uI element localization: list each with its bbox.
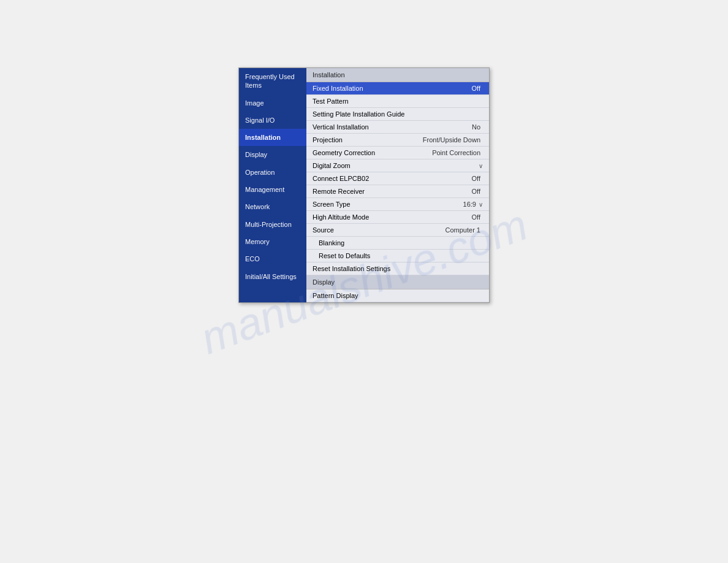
menu-row-label: Setting Plate Installation Guide: [313, 110, 483, 118]
menu-row-test-pattern[interactable]: Test Pattern: [306, 95, 489, 108]
menu-row-pattern-display[interactable]: Pattern Display: [306, 289, 489, 302]
sidebar-item-display[interactable]: Display: [239, 146, 306, 163]
menu-row-label: Screen Type: [313, 201, 463, 208]
sidebar-item-eco[interactable]: ECO: [239, 250, 306, 267]
menu-row-label: Reset to Defaults: [319, 252, 483, 259]
menu-row-blanking[interactable]: Blanking: [306, 237, 489, 250]
menu-row-value: Off: [472, 213, 480, 221]
menu-row-digital-zoom[interactable]: Digital Zoom∨: [306, 159, 489, 172]
ui-container: Frequently Used ItemsImageSignal I/OInst…: [238, 67, 490, 303]
menu-row-value: 16:9: [463, 201, 476, 208]
sidebar-item-network[interactable]: Network: [239, 198, 306, 215]
sidebar-item-management[interactable]: Management: [239, 181, 306, 198]
menu-row-reset-installation-settings[interactable]: Reset Installation Settings: [306, 262, 489, 275]
menu-row-value: Off: [472, 188, 480, 195]
section-header-installation: Installation: [306, 68, 489, 82]
menu-row-label: Source: [313, 226, 446, 234]
menu-row-fixed-installation[interactable]: Fixed InstallationOff: [306, 82, 489, 95]
menu-row-screen-type[interactable]: Screen Type16:9∨: [306, 198, 489, 211]
main-content: InstallationFixed InstallationOffTest Pa…: [306, 68, 489, 302]
sidebar-item-operation[interactable]: Operation: [239, 164, 306, 181]
menu-row-label: High Altitude Mode: [313, 213, 472, 221]
menu-row-label: Connect ELPCB02: [313, 175, 472, 182]
menu-row-reset-to-defaults[interactable]: Reset to Defaults: [306, 250, 489, 262]
chevron-down-icon: ∨: [479, 163, 483, 169]
menu-row-label: Remote Receiver: [313, 188, 472, 195]
section-header-display: Display: [306, 275, 489, 289]
menu-row-projection[interactable]: ProjectionFront/Upside Down: [306, 134, 489, 147]
sidebar: Frequently Used ItemsImageSignal I/OInst…: [239, 68, 306, 302]
menu-row-label: Digital Zoom: [313, 162, 479, 169]
menu-row-setting-plate-installation-guide[interactable]: Setting Plate Installation Guide: [306, 108, 489, 121]
menu-row-geometry-correction[interactable]: Geometry CorrectionPoint Correction: [306, 147, 489, 159]
menu-row-remote-receiver[interactable]: Remote ReceiverOff: [306, 185, 489, 198]
menu-row-value: Front/Upside Down: [423, 136, 480, 144]
sidebar-item-frequently-used-items[interactable]: Frequently Used Items: [239, 68, 306, 94]
menu-row-label: Projection: [313, 136, 423, 144]
menu-row-high-altitude-mode[interactable]: High Altitude ModeOff: [306, 211, 489, 224]
menu-row-label: Reset Installation Settings: [313, 265, 483, 272]
menu-row-vertical-installation[interactable]: Vertical InstallationNo: [306, 121, 489, 134]
menu-row-value: Off: [472, 85, 480, 92]
menu-row-source[interactable]: SourceComputer 1: [306, 224, 489, 237]
menu-row-label: Pattern Display: [313, 292, 483, 299]
menu-row-label: Vertical Installation: [313, 123, 472, 131]
sidebar-item-image[interactable]: Image: [239, 94, 306, 112]
sidebar-item-memory[interactable]: Memory: [239, 233, 306, 250]
sidebar-item-multi-projection[interactable]: Multi-Projection: [239, 216, 306, 233]
menu-row-value: Point Correction: [432, 149, 480, 156]
menu-row-value: No: [472, 123, 480, 131]
menu-row-connect-elpcb02[interactable]: Connect ELPCB02Off: [306, 172, 489, 185]
menu-row-label: Test Pattern: [313, 98, 483, 105]
sidebar-item-initial-all-settings[interactable]: Initial/All Settings: [239, 268, 306, 285]
menu-row-value: Computer 1: [446, 226, 480, 234]
menu-row-label: Blanking: [319, 239, 483, 247]
sidebar-item-signal-io[interactable]: Signal I/O: [239, 112, 306, 129]
menu-row-label: Fixed Installation: [313, 85, 472, 92]
chevron-down-icon: ∨: [479, 201, 483, 208]
menu-row-label: Geometry Correction: [313, 149, 432, 156]
menu-row-value: Off: [472, 175, 480, 182]
sidebar-item-installation[interactable]: Installation: [239, 129, 306, 146]
